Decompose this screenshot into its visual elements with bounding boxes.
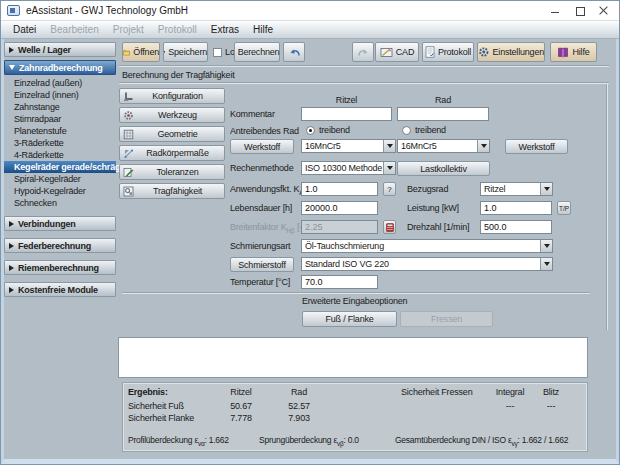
chevron-down-icon — [477, 140, 489, 152]
method-dropdown[interactable]: ISO 10300 Methode B1 — [301, 161, 396, 175]
save-button[interactable]: Speichern — [163, 42, 208, 62]
sidebar-item-schnecken[interactable]: Schnecken — [4, 197, 116, 209]
undo-button[interactable] — [283, 42, 305, 62]
document-icon — [425, 46, 435, 58]
sidebar-item-3-raederkette[interactable]: 3-Räderkette — [4, 137, 116, 149]
configuration-icon — [123, 91, 134, 102]
application-factor-help-button[interactable]: ? — [383, 182, 396, 196]
power-label: Leistung [kW] — [407, 201, 459, 215]
extended-options-label: Erweiterte Eingabeoptionen — [302, 296, 407, 307]
sidebar-item-planetenstufe[interactable]: Planetenstufe — [4, 125, 116, 137]
driving-gear-radio-label: treibend — [415, 125, 446, 136]
result-value: 7.903 — [277, 413, 321, 423]
overlap-contact-ratio: Sprungüberdeckung εvβ: 0.0 — [259, 435, 359, 447]
menu-extras[interactable]: Extras — [205, 23, 245, 36]
menu-bearbeiten: Bearbeiten — [44, 23, 104, 36]
material-gear-button[interactable]: Werkstoff — [505, 139, 568, 154]
sidebar-group-kostenfreie-module[interactable]: Kostenfreie Module — [4, 282, 116, 297]
reference-gear-dropdown[interactable]: Ritzel — [480, 182, 553, 196]
load-capacity-icon — [123, 186, 134, 197]
sidebar-group-riemenberechnung[interactable]: Riemenberechnung — [4, 260, 116, 275]
driving-gear-radio[interactable] — [402, 126, 411, 135]
reference-gear-label: Bezugsrad — [407, 182, 448, 196]
collapsed-triangle-icon — [9, 265, 14, 271]
gear-icon — [478, 46, 490, 58]
results-col-gear: Rad — [277, 387, 321, 397]
results-col-scuffing: Sicherheit Fressen — [401, 387, 472, 397]
material-pinion-dropdown[interactable]: 16MnCr5 — [301, 139, 396, 153]
divider — [122, 292, 590, 294]
column-header-pinion: Ritzel — [301, 95, 392, 106]
temperature-input[interactable] — [301, 275, 378, 289]
driving-pinion-radio-label: treibend — [319, 125, 350, 136]
app-icon — [7, 5, 20, 16]
application-factor-input[interactable] — [301, 182, 378, 196]
method-label: Rechenmethode — [230, 161, 293, 175]
tolerance-pencil-icon — [123, 167, 134, 178]
material-pinion-button[interactable]: Werkstoff — [230, 139, 294, 154]
cad-button[interactable]: CAD — [375, 42, 419, 62]
foot-flank-button[interactable]: Fuß / Flanke — [302, 311, 397, 327]
result-value: 7.778 — [219, 413, 263, 423]
driving-pinion-radio[interactable] — [306, 126, 315, 135]
close-icon[interactable] — [599, 6, 609, 16]
settings-button[interactable]: Einstellungen — [477, 42, 545, 62]
sidebar-item-einzelrad-aussen[interactable]: Einzelrad (außen) — [4, 77, 116, 89]
book-icon — [557, 47, 569, 58]
geometry-button[interactable]: Geometrie — [119, 126, 225, 142]
results-panel: Ergebnis: Ritzel Rad Sicherheit Fressen … — [122, 382, 588, 452]
sidebar-item-hypoid-kegelraeder[interactable]: Hypoid-Kegelräder — [4, 185, 116, 197]
minimize-icon[interactable] — [551, 6, 561, 16]
result-value: 50.67 — [219, 401, 263, 411]
scuffing-button: Fressen — [400, 311, 493, 327]
open-button[interactable]: Öffnen — [122, 42, 160, 62]
sidebar-group-verbindungen[interactable]: Verbindungen — [4, 216, 116, 231]
sidebar-item-spiral-kegelraeder[interactable]: Spiral-Kegelräder — [4, 173, 116, 185]
undo-arrow-icon — [288, 47, 301, 57]
sidebar-group-welle-lager[interactable]: Welle / Lager — [4, 42, 116, 57]
toolbar: Öffnen Speichern Lokal Berechnen — [119, 42, 609, 63]
calculate-button[interactable]: Berechnen — [234, 42, 280, 62]
speed-input[interactable] — [480, 220, 552, 234]
material-gear-dropdown[interactable]: 16MnCr5 — [397, 139, 490, 153]
maximize-icon[interactable] — [575, 6, 585, 16]
menubar: Datei Bearbeiten Projekt Protokoll Extra… — [1, 21, 619, 39]
help-button[interactable]: Hilfe — [550, 42, 597, 62]
comment-gear-input[interactable] — [397, 107, 489, 121]
tolerances-button[interactable]: Toleranzen — [119, 164, 225, 180]
sidebar-item-zahnstange[interactable]: Zahnstange — [4, 101, 116, 113]
load-capacity-button[interactable]: Tragfähigkeit — [119, 183, 225, 199]
collapsed-triangle-icon — [9, 243, 14, 249]
protocol-button[interactable]: Protokoll — [422, 42, 474, 62]
menu-datei[interactable]: Datei — [7, 23, 42, 36]
torque-power-toggle-button[interactable]: T/P — [557, 201, 571, 215]
width-factor-calculator-button[interactable] — [383, 220, 396, 234]
collapsed-triangle-icon — [9, 47, 14, 53]
sidebar-group-federberechnung[interactable]: Federberechnung — [4, 238, 116, 253]
results-col-integral: Integral — [488, 387, 532, 397]
profile-contact-ratio: Profilüberdeckung εvα: 1.662 — [128, 435, 229, 447]
sidebar: Welle / Lager Zahnradberechnung Einzelra… — [4, 42, 116, 297]
wheel-body-dimensions-button[interactable]: Radkörpermaße — [119, 145, 225, 161]
life-input[interactable] — [301, 201, 378, 215]
redo-arrow-icon — [357, 47, 370, 57]
lubricant-button[interactable]: Schmierstoff — [230, 257, 294, 272]
tool-button[interactable]: Werkzeug — [119, 107, 225, 123]
menu-hilfe[interactable]: Hilfe — [247, 23, 279, 36]
comment-pinion-input[interactable] — [301, 107, 392, 121]
configuration-button[interactable]: Konfiguration — [119, 88, 225, 104]
main-content: Öffnen Speichern Lokal Berechnen — [117, 39, 616, 459]
menu-projekt: Projekt — [107, 23, 150, 36]
sidebar-item-einzelrad-innen[interactable]: Einzelrad (innen) — [4, 89, 116, 101]
sidebar-item-stirnradpaar[interactable]: Stirnradpaar — [4, 113, 116, 125]
titlebar: eAssistant - GWJ Technology GmbH — [1, 1, 619, 21]
lubricant-dropdown[interactable]: Standard ISO VG 220 — [301, 257, 553, 271]
sidebar-group-zahnradberechnung[interactable]: Zahnradberechnung — [4, 60, 116, 75]
lubrication-type-dropdown[interactable]: Öl-Tauchschmierung — [301, 239, 553, 253]
load-spectrum-button[interactable]: Lastkollektiv — [397, 161, 490, 176]
sidebar-item-kegelraeder-selected[interactable]: Kegelräder gerade/schräg — [4, 161, 116, 173]
collapsed-triangle-icon — [9, 221, 14, 227]
power-input[interactable] — [480, 201, 552, 215]
sidebar-item-4-raederkette[interactable]: 4-Räderkette — [4, 149, 116, 161]
results-col-pinion: Ritzel — [219, 387, 263, 397]
